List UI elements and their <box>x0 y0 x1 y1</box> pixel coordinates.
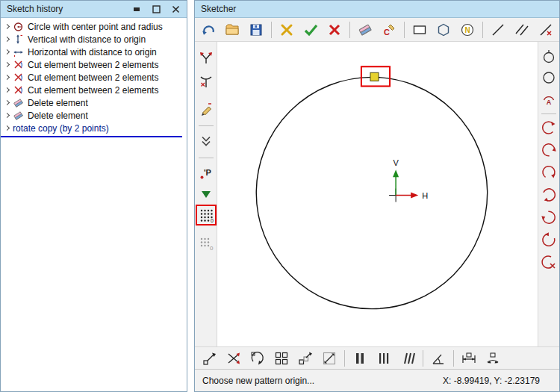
sketch-canvas[interactable]: V H <box>217 42 538 346</box>
arc-rotated-220-icon[interactable] <box>540 208 558 226</box>
status-message: Choose new pattern origin... <box>202 376 314 386</box>
minimize-icon[interactable] <box>131 4 142 14</box>
sketcher-top-toolbar: C N <box>195 18 559 42</box>
cancel-icon[interactable] <box>326 21 343 39</box>
pattern-origin-marker[interactable] <box>370 72 379 81</box>
history-item[interactable]: Circle with center point and radius <box>1 20 187 33</box>
save-icon[interactable] <box>247 21 265 39</box>
linear-dimension-icon[interactable] <box>460 349 478 367</box>
expand-chevron-icon <box>4 125 10 131</box>
history-item[interactable]: Cut element between 2 elements <box>1 58 187 71</box>
cursor-coordinates: X: -8.99419, Y: -2.23179 <box>443 376 540 386</box>
history-item-label: Delete element <box>28 111 88 121</box>
point-number-icon[interactable]: N <box>458 21 476 39</box>
scale-pattern-icon[interactable] <box>320 349 338 367</box>
line-tool-icon[interactable] <box>489 21 507 39</box>
sketch-circle[interactable] <box>256 77 487 308</box>
open-folder-icon[interactable] <box>223 21 241 39</box>
angular-spacing-icon[interactable] <box>429 349 447 367</box>
sketcher-window: Sketcher C N 'P 0 <box>194 0 560 392</box>
cut-element-icon <box>13 59 24 70</box>
insert-pattern-icon[interactable] <box>197 185 215 203</box>
history-item-label: Vertical with distance to origin <box>28 34 146 45</box>
arc-ccw-icon[interactable] <box>540 119 558 137</box>
svg-text:C: C <box>384 28 390 37</box>
sketch-history-titlebar[interactable]: Sketch history <box>1 1 187 18</box>
trim-two-elements-icon[interactable] <box>197 73 215 91</box>
delete-elements-icon[interactable] <box>278 21 296 39</box>
h-axis-label: H <box>422 191 428 200</box>
expand-chevron-icon <box>4 75 10 80</box>
history-item-label: Circle with center point and radius <box>28 22 163 32</box>
rectangular-array-icon[interactable] <box>273 349 290 367</box>
active-item-underline <box>1 136 182 137</box>
circle-icon[interactable] <box>540 69 558 87</box>
collapse-chevrons-icon[interactable] <box>197 132 215 150</box>
toolbar-separator <box>423 350 423 367</box>
sketcher-titlebar[interactable]: Sketcher <box>195 1 559 18</box>
pattern-origin-icon[interactable]: 'P <box>197 164 215 182</box>
cut-element-icon <box>13 72 24 83</box>
eraser-icon[interactable] <box>356 21 374 39</box>
rectangle-tool-icon[interactable] <box>411 21 429 39</box>
toolbar-separator <box>404 22 405 38</box>
spacing-slant-icon[interactable] <box>399 349 417 367</box>
parallel-lines-icon[interactable] <box>513 21 531 39</box>
history-item-label: Cut element between 2 elements <box>28 72 158 83</box>
arc-rotated-300-icon[interactable] <box>540 231 558 249</box>
vertical-distance-icon <box>13 34 24 45</box>
pattern-zero-icon[interactable]: 0 <box>197 234 215 252</box>
horizontal-distance-icon <box>13 46 24 57</box>
svg-text:'P: 'P <box>204 168 211 177</box>
modify-element-icon[interactable] <box>197 100 215 118</box>
circle-tangent-icon[interactable] <box>540 48 558 66</box>
history-item[interactable]: Cut element between 2 elements <box>1 71 187 84</box>
accept-icon[interactable] <box>302 21 320 39</box>
mirror-pattern-icon[interactable] <box>225 349 243 367</box>
spacing-two-icon[interactable] <box>351 349 369 367</box>
move-origin-icon[interactable] <box>201 349 219 367</box>
history-item[interactable]: Cut element between 2 elements <box>1 84 187 96</box>
history-item-label: Cut element between 2 elements <box>28 85 158 96</box>
toolbar-separator <box>453 350 454 367</box>
close-icon[interactable] <box>170 4 181 14</box>
polygon-tool-icon[interactable] <box>435 21 452 39</box>
toolbar-separator <box>344 350 345 367</box>
history-item-label: Cut element between 2 elements <box>28 60 158 70</box>
rotate-copy-icon[interactable] <box>249 349 267 367</box>
sketcher-main: 'P 0 0 V <box>195 42 559 346</box>
toolbar-separator <box>271 22 272 38</box>
history-item-active[interactable]: rotate copy (by 2 points) <box>1 122 187 134</box>
history-item-label: rotate copy (by 2 points) <box>13 123 109 134</box>
status-bar: Choose new pattern origin... X: -8.99419… <box>195 369 559 391</box>
history-item[interactable]: Horizontal with distance to origin <box>1 46 187 58</box>
construction-line-icon[interactable] <box>537 21 555 39</box>
canvas-drawing: V H <box>217 42 538 346</box>
history-item[interactable]: Delete element <box>1 96 187 109</box>
arc-delete-icon[interactable] <box>540 253 558 271</box>
arc-dimension-icon[interactable] <box>484 349 502 367</box>
arc-rotated-80-icon[interactable] <box>540 164 558 181</box>
trim-intersection-icon[interactable] <box>197 49 215 67</box>
toolbar-separator <box>541 113 556 114</box>
sketch-history-window: Sketch history Circle with center point … <box>0 0 187 392</box>
undo-icon[interactable] <box>199 21 217 39</box>
rectangular-pattern-icon[interactable]: 0 <box>197 206 215 224</box>
expand-chevron-icon <box>4 62 10 67</box>
sketcher-title: Sketcher <box>201 4 236 14</box>
maximize-icon[interactable] <box>151 4 161 14</box>
svg-text:0: 0 <box>211 218 214 223</box>
arc-rotated-160-icon[interactable] <box>540 186 558 204</box>
change-style-icon[interactable]: C <box>380 21 398 39</box>
spacing-three-icon[interactable] <box>375 349 393 367</box>
translate-array-icon[interactable] <box>296 349 314 367</box>
expand-chevron-icon <box>4 49 10 55</box>
svg-text:0: 0 <box>210 245 214 252</box>
arc-angle-icon[interactable]: A <box>540 90 558 108</box>
right-toolbar: A <box>538 42 559 346</box>
expand-chevron-icon <box>4 113 10 118</box>
arc-rotated-40-icon[interactable] <box>540 141 558 159</box>
history-item[interactable]: Vertical with distance to origin <box>1 33 187 46</box>
history-item[interactable]: Delete element <box>1 109 187 122</box>
cut-element-icon <box>13 84 24 96</box>
